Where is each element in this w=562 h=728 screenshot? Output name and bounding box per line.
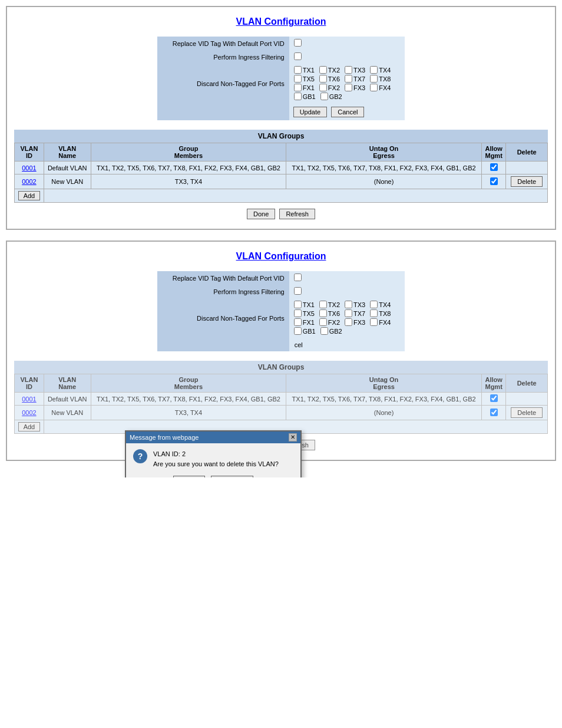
p2-col-untag-egress: Untag OnEgress — [286, 374, 482, 393]
p2-tx3-label: TX3 — [345, 301, 365, 308]
delete-button-0002[interactable]: Delete — [511, 176, 543, 187]
port-tx6-label: TX6 — [319, 75, 340, 83]
p2-tx1-check[interactable] — [294, 301, 302, 308]
port-tx5-check[interactable] — [294, 75, 302, 83]
col-allow-mgmt: AllowMgmt — [481, 143, 505, 162]
p2-gb2-check[interactable] — [320, 327, 328, 335]
p2-vlan-id-link-0001[interactable]: 0001 — [22, 396, 36, 403]
p2-tx8-label: TX8 — [370, 309, 391, 317]
p2-delete-button-0002[interactable]: Delete — [511, 407, 543, 418]
port-gb1-check[interactable] — [294, 93, 302, 100]
port-tx6-check[interactable] — [319, 75, 327, 83]
dialog-cancel-button[interactable]: Cancel — [211, 476, 253, 477]
p2-col-allow-mgmt: AllowMgmt — [481, 374, 505, 393]
update-button[interactable]: Update — [293, 107, 327, 117]
p2-fx1-label: FX1 — [294, 318, 315, 326]
vlan-table-header: VLANID VLANName GroupMembers Untag OnEgr… — [15, 143, 548, 162]
done-button-1[interactable]: Done — [247, 209, 275, 219]
panel-2: VLAN Configuration Replace VID Tag With … — [6, 241, 556, 461]
vlan-delete-0002: Delete — [506, 174, 548, 189]
p2-replace-vid-checkbox[interactable] — [294, 274, 302, 281]
dialog-buttons: OK Cancel — [133, 476, 293, 477]
vlan-id-link-0002[interactable]: 0002 — [22, 178, 36, 185]
p2-add-vlan-button[interactable]: Add — [18, 422, 41, 431]
port-tx7-label: TX7 — [345, 75, 365, 83]
p2-ingress-label: Perform Ingress Filtering — [157, 285, 289, 298]
done-row-1: Done Refresh — [14, 209, 548, 219]
port-row-1: TX1 TX2 TX3 TX4 — [294, 66, 400, 74]
port-fx3-label: FX3 — [345, 84, 365, 91]
port-tx1-check[interactable] — [294, 66, 302, 74]
replace-vid-row: Replace VID Tag With Default Port VID — [157, 37, 405, 50]
p2-vlan-id-0002: 0002 — [15, 406, 44, 420]
p2-gb1-check[interactable] — [294, 327, 302, 335]
p2-allow-mgmt-check-0002[interactable] — [490, 409, 498, 416]
p2-vlan-id-link-0002[interactable]: 0002 — [22, 409, 36, 416]
dialog-body: ? VLAN ID: 2 Are you sure you want to de… — [126, 443, 300, 477]
dialog-close-button[interactable]: ✕ — [289, 433, 297, 442]
port-fx1-check[interactable] — [294, 84, 302, 91]
p2-vlan-delete-0002: Delete — [506, 406, 548, 420]
vlan-mgmt-0001 — [481, 162, 505, 174]
allow-mgmt-check-0002[interactable] — [490, 177, 498, 185]
col-untag-egress: Untag OnEgress — [286, 143, 482, 162]
port-fx4-label: FX4 — [370, 84, 391, 91]
add-vlan-button[interactable]: Add — [18, 191, 41, 200]
cancel-button[interactable]: Cancel — [331, 107, 364, 117]
p2-port-row-1: TX1 TX2 TX3 TX4 — [294, 301, 400, 308]
p2-fx1-check[interactable] — [294, 318, 302, 326]
port-tx3-check[interactable] — [345, 66, 352, 74]
vlan-row-0001: 0001 Default VLAN TX1, TX2, TX5, TX6, TX… — [15, 162, 548, 174]
vlan-add-cell: Add — [15, 189, 44, 203]
vlan-id-0001: 0001 — [15, 162, 44, 174]
config-table-1: Replace VID Tag With Default Port VID Pe… — [157, 37, 405, 120]
p2-tx4-check[interactable] — [370, 301, 378, 308]
p2-replace-vid-checkbox-cell — [289, 271, 405, 285]
p2-tx2-check[interactable] — [319, 301, 327, 308]
panel-1: VLAN Configuration Replace VID Tag With … — [6, 6, 556, 230]
p2-tx6-check[interactable] — [319, 309, 327, 317]
port-tx4-check[interactable] — [370, 66, 378, 74]
refresh-button-1[interactable]: Refresh — [279, 209, 315, 219]
p2-replace-vid-label: Replace VID Tag With Default Port VID — [157, 271, 289, 285]
vlan-id-link-0001[interactable]: 0001 — [22, 164, 36, 172]
p2-fx3-check[interactable] — [345, 318, 352, 326]
port-row-2: TX5 TX6 TX7 TX8 — [294, 75, 400, 83]
p2-fx4-check[interactable] — [370, 318, 378, 326]
port-fx3-check[interactable] — [345, 84, 352, 91]
port-fx2-check[interactable] — [319, 84, 327, 91]
p2-ingress-checkbox[interactable] — [294, 287, 302, 295]
ingress-checkbox-cell — [289, 50, 405, 64]
dialog-ok-button[interactable]: OK — [173, 476, 205, 477]
dialog-title-text: Message from webpage — [130, 434, 199, 441]
p2-tx5-label: TX5 — [294, 309, 315, 317]
port-tx4-label: TX4 — [370, 66, 391, 74]
port-tx8-check[interactable] — [370, 75, 378, 83]
p2-tx2-label: TX2 — [319, 301, 340, 308]
p2-allow-mgmt-check-0001[interactable] — [490, 394, 498, 402]
vlan-untag-0002: (None) — [286, 174, 482, 189]
port-tx7-check[interactable] — [345, 75, 352, 83]
p2-tx8-check[interactable] — [370, 309, 378, 317]
dialog-vlan-id-line: VLAN ID: 2 — [153, 449, 279, 459]
p2-tx3-check[interactable] — [345, 301, 352, 308]
p2-buttons-empty — [157, 338, 289, 351]
p2-tx4-label: TX4 — [370, 301, 391, 308]
port-fx4-check[interactable] — [370, 84, 378, 91]
replace-vid-checkbox[interactable] — [294, 39, 302, 47]
vlan-name-0001: Default VLAN — [44, 162, 91, 174]
discard-ports-cell: TX1 TX2 TX3 TX4 TX5 TX6 TX7 TX8 FX1 FX2 … — [289, 64, 405, 104]
p2-tx5-check[interactable] — [294, 309, 302, 317]
port-tx2-check[interactable] — [319, 66, 327, 74]
p2-col-delete: Delete — [506, 374, 548, 393]
dialog-box: Message from webpage ✕ ? VLAN ID: 2 Are … — [125, 430, 302, 477]
p2-fx2-check[interactable] — [319, 318, 327, 326]
p2-fx4-label: FX4 — [370, 318, 391, 326]
port-fx1-label: FX1 — [294, 84, 315, 91]
p2-tx7-check[interactable] — [345, 309, 352, 317]
allow-mgmt-check-0001[interactable] — [490, 163, 498, 171]
ingress-checkbox[interactable] — [294, 52, 302, 60]
vlan-table-2: VLANID VLANName GroupMembers Untag OnEgr… — [14, 374, 548, 434]
port-gb2-check[interactable] — [320, 93, 328, 100]
p2-buttons-row: cel — [157, 338, 405, 351]
